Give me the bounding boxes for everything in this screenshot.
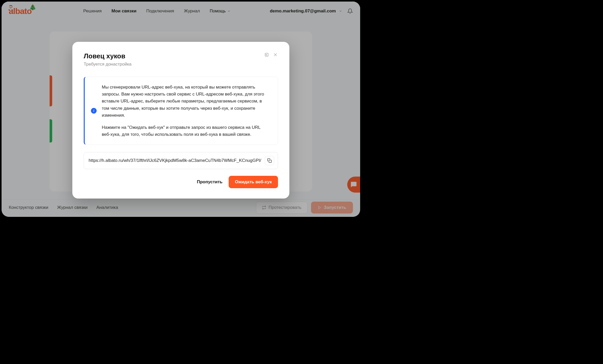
webhook-url-value[interactable]: https://h.albato.ru/wh/37/1lfthrl/lJc6ZV… — [89, 158, 262, 163]
svg-rect-5 — [269, 160, 272, 163]
copy-button[interactable] — [265, 156, 274, 165]
info-icon: i — [91, 108, 97, 114]
skip-button[interactable]: Пропустить — [197, 179, 222, 185]
wait-webhook-button[interactable]: Ожидать веб-хук — [229, 176, 278, 188]
modal-title: Ловец хуков — [84, 52, 132, 60]
info-box: i Мы сгенерировали URL-адрес веб-хука, н… — [84, 77, 278, 145]
modal-overlay[interactable]: Ловец хуков Требуется донастройка i Мы с… — [2, 2, 360, 217]
modal-subtitle: Требуется донастройка — [84, 62, 132, 67]
webhook-url-field: https://h.albato.ru/wh/37/1lfthrl/lJc6ZV… — [84, 152, 278, 169]
close-icon[interactable] — [273, 52, 278, 57]
info-text: Мы сгенерировали URL-адрес веб-хука, на … — [102, 84, 270, 138]
info-paragraph-2: Нажмите на "Ожидать веб-хук" и отправьте… — [102, 124, 270, 138]
info-paragraph-1: Мы сгенерировали URL-адрес веб-хука, на … — [102, 84, 270, 119]
modal-header: Ловец хуков Требуется донастройка — [84, 52, 278, 67]
modal-header-icons — [264, 52, 278, 57]
copy-icon — [267, 158, 272, 163]
modal-actions: Пропустить Ожидать веб-хук — [84, 176, 278, 188]
webhook-modal: Ловец хуков Требуется донастройка i Мы с… — [72, 42, 289, 199]
expand-icon[interactable] — [264, 52, 269, 57]
app-frame: 🎅 albato 🎄 Решения Мои связки Подключени… — [2, 2, 360, 217]
